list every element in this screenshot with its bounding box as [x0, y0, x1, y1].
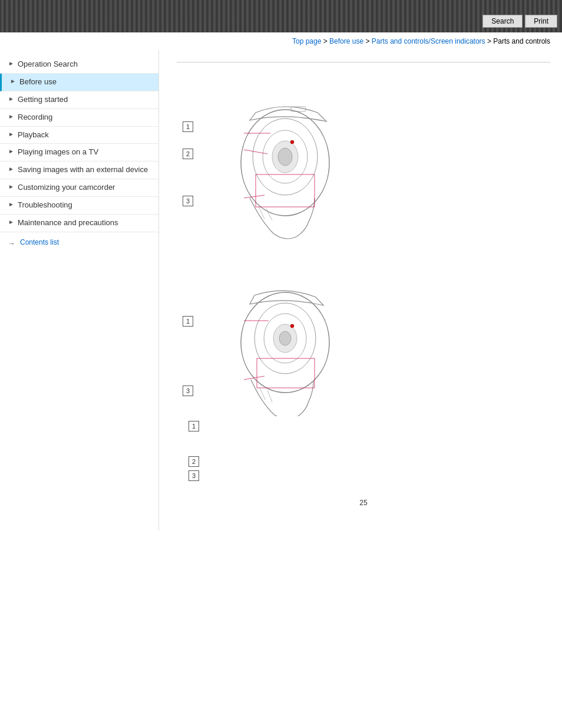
- arrow-icon-maintenance: ►: [8, 219, 14, 225]
- sidebar-item-customizing[interactable]: ► Customizing your camcorder: [0, 179, 158, 197]
- svg-point-16: [290, 324, 294, 328]
- sidebar-item-before-use[interactable]: ► Before use: [0, 74, 158, 91]
- svg-line-9: [244, 195, 265, 198]
- content-divider: [177, 62, 550, 62]
- standalone-num-3: 3: [189, 470, 199, 481]
- sidebar-label-playback: Playback: [18, 130, 49, 140]
- breadcrumb-current: Parts and controls: [493, 37, 550, 45]
- contents-list-label: Contents list: [20, 238, 59, 246]
- sidebar-item-playback[interactable]: ► Playback: [0, 127, 158, 144]
- search-button[interactable]: Search: [482, 15, 523, 28]
- breadcrumb-sep3: >: [487, 37, 493, 45]
- diagram-section-bottom: 1 3: [177, 263, 550, 481]
- label-top-2: 2: [183, 149, 193, 159]
- content-area: 1 2 3: [159, 50, 562, 531]
- sidebar-label-troubleshooting: Troubleshooting: [18, 200, 72, 210]
- camcorder-diagram-bottom: [203, 269, 338, 416]
- sidebar-item-saving-images[interactable]: ► Saving images with an external device: [0, 162, 158, 179]
- breadcrumb-sep1: >: [323, 37, 329, 45]
- contents-list-link[interactable]: Contents list: [0, 232, 158, 252]
- label-bottom-3: 3: [183, 386, 193, 396]
- print-button[interactable]: Print: [525, 15, 557, 28]
- sidebar-item-getting-started[interactable]: ► Getting started: [0, 91, 158, 109]
- breadcrumb: Top page > Before use > Parts and contro…: [0, 32, 562, 50]
- arrow-icon-recording: ►: [8, 113, 14, 120]
- breadcrumb-sep2: >: [365, 37, 371, 45]
- contents-list-arrow-icon: [8, 239, 18, 245]
- breadcrumb-parts-screen[interactable]: Parts and controls/Screen indicators: [372, 37, 485, 45]
- sidebar-item-maintenance[interactable]: ► Maintenance and precautions: [0, 215, 158, 232]
- diagram-section-top: 1 2 3: [177, 74, 550, 245]
- sidebar-item-troubleshooting[interactable]: ► Troubleshooting: [0, 197, 158, 215]
- standalone-num-1: 1: [189, 421, 199, 431]
- camcorder-diagram-top: [203, 80, 338, 245]
- svg-point-4: [278, 148, 292, 166]
- main-layout: ► Operation Search ► Before use ► Gettin…: [0, 50, 562, 531]
- sidebar-label-before-use: Before use: [19, 77, 57, 87]
- sidebar-label-getting-started: Getting started: [18, 95, 68, 105]
- label-top-3: 3: [183, 196, 193, 206]
- sidebar-label-playing-images: Playing images on a TV: [18, 147, 98, 157]
- sidebar-item-playing-images[interactable]: ► Playing images on a TV: [0, 144, 158, 162]
- header-stripe: Search Print: [0, 0, 562, 32]
- standalone-num-2: 2: [189, 456, 199, 467]
- page-number: 25: [177, 499, 550, 519]
- header-buttons: Search Print: [482, 15, 557, 28]
- top-diagram-labels: 1 2 3: [183, 121, 193, 206]
- standalone-labels: 1 2 3: [189, 421, 550, 481]
- sidebar-label-operation-search: Operation Search: [18, 60, 78, 70]
- sidebar-label-customizing: Customizing your camcorder: [18, 183, 115, 193]
- arrow-icon-playback: ►: [8, 131, 14, 137]
- standalone-label-row-3: 3: [189, 470, 550, 481]
- breadcrumb-top[interactable]: Top page: [292, 37, 321, 45]
- arrow-icon-before-use: ►: [10, 78, 16, 84]
- label-top-1: 1: [183, 121, 193, 132]
- svg-line-18: [244, 376, 265, 380]
- sidebar-label-recording: Recording: [18, 113, 52, 123]
- sidebar-label-saving-images: Saving images with an external device: [18, 165, 148, 175]
- arrow-icon-operation-search: ►: [8, 60, 14, 67]
- arrow-icon-troubleshooting: ►: [8, 201, 14, 207]
- bottom-diagram-labels: 1 3: [183, 316, 193, 396]
- sidebar-item-operation-search[interactable]: ► Operation Search: [0, 56, 158, 74]
- sidebar: ► Operation Search ► Before use ► Gettin…: [0, 50, 159, 531]
- label-bottom-1: 1: [183, 316, 193, 327]
- arrow-icon-saving-images: ►: [8, 166, 14, 172]
- svg-line-8: [244, 150, 267, 154]
- svg-rect-10: [256, 174, 315, 207]
- standalone-label-row-1: 1: [189, 421, 550, 431]
- breadcrumb-before-use[interactable]: Before use: [329, 37, 363, 45]
- arrow-icon-playing-images: ►: [8, 148, 14, 154]
- arrow-icon-getting-started: ►: [8, 95, 14, 102]
- sidebar-item-recording[interactable]: ► Recording: [0, 109, 158, 127]
- standalone-label-row-2: 2: [189, 456, 550, 467]
- svg-point-5: [290, 140, 294, 144]
- svg-point-15: [279, 331, 291, 345]
- sidebar-label-maintenance: Maintenance and precautions: [18, 218, 118, 228]
- arrow-icon-customizing: ►: [8, 183, 14, 190]
